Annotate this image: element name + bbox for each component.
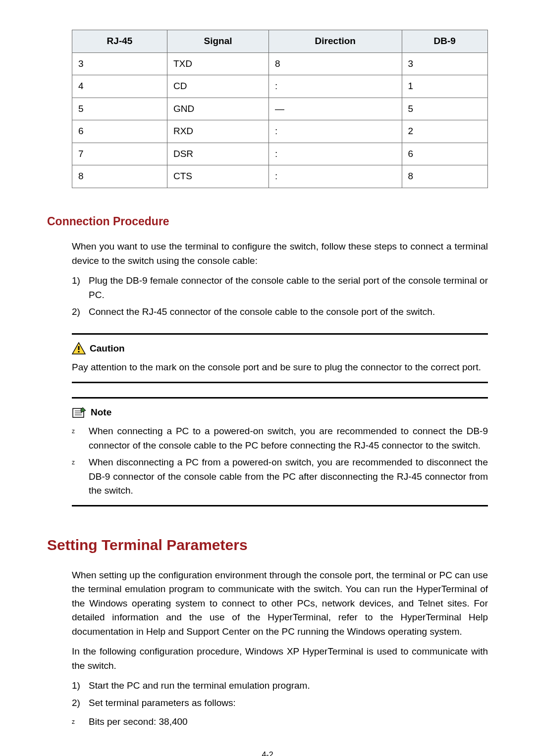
table-row: 3 TXD 8 3: [72, 52, 488, 75]
col-rj45: RJ-45: [72, 30, 167, 53]
cell: RXD: [167, 120, 268, 143]
table-row: 4 CD : 1: [72, 75, 488, 98]
step-number: 2): [72, 305, 89, 319]
cell: TXD: [167, 52, 268, 75]
caution-callout: Caution Pay attention to the mark on the…: [72, 333, 488, 383]
content-area: RJ-45 Signal Direction DB-9 3 TXD 8 3 4 …: [47, 30, 488, 729]
table-header-row: RJ-45 Signal Direction DB-9: [72, 30, 488, 53]
bullet-text: Bits per second: 38,400: [89, 715, 488, 729]
step-number: 2): [72, 696, 89, 710]
col-signal: Signal: [167, 30, 268, 53]
table-row: 5 GND — 5: [72, 98, 488, 120]
cell: GND: [167, 98, 268, 120]
term-steps: 1) Start the PC and run the terminal emu…: [72, 679, 488, 710]
cell: 7: [72, 143, 167, 165]
note-bullets: z When connecting a PC to a powered-on s…: [72, 424, 488, 498]
note-header: Note: [72, 405, 488, 420]
bullet-text: When connecting a PC to a powered-on swi…: [89, 424, 488, 453]
conn-intro: When you want to use the terminal to con…: [72, 240, 488, 268]
bullet-marker: z: [72, 424, 89, 453]
cell: 3: [402, 52, 487, 75]
cell: 8: [72, 165, 167, 188]
heading-setting-terminal-parameters: Setting Terminal Parameters: [47, 534, 488, 556]
cell: 2: [402, 120, 487, 143]
col-db9: DB-9: [402, 30, 487, 53]
step-number: 1): [72, 274, 89, 302]
col-direction: Direction: [269, 30, 402, 53]
svg-rect-2: [78, 351, 80, 353]
divider: [72, 505, 488, 506]
step-text: Set terminal parameters as follows:: [89, 696, 488, 710]
step-number: 1): [72, 679, 89, 693]
note-callout: Note z When connecting a PC to a powered…: [72, 397, 488, 506]
note-icon: [72, 406, 87, 418]
caution-text: Pay attention to the mark on the console…: [72, 360, 488, 375]
cell: 8: [402, 165, 487, 188]
cell: CD: [167, 75, 268, 98]
bullet-text: When disconnecting a PC from a powered-o…: [89, 455, 488, 498]
cell: DSR: [167, 143, 268, 165]
term-p1: When setting up the configuration enviro…: [72, 568, 488, 639]
pinout-table: RJ-45 Signal Direction DB-9 3 TXD 8 3 4 …: [72, 30, 488, 188]
page-number: 4-2: [47, 749, 488, 756]
bullet-marker: z: [72, 455, 89, 498]
cell: 6: [72, 120, 167, 143]
cell: 5: [72, 98, 167, 120]
list-item: 2) Connect the RJ-45 connector of the co…: [72, 305, 488, 319]
bullet-marker: z: [72, 715, 89, 729]
list-item: 2) Set terminal parameters as follows:: [72, 696, 488, 710]
table-row: 6 RXD : 2: [72, 120, 488, 143]
list-item: z When connecting a PC to a powered-on s…: [72, 424, 488, 453]
cell: :: [269, 165, 402, 188]
conn-steps: 1) Plug the DB-9 female connector of the…: [72, 274, 488, 319]
cell: :: [269, 143, 402, 165]
cell: CTS: [167, 165, 268, 188]
cell: 8: [269, 52, 402, 75]
table-row: 8 CTS : 8: [72, 165, 488, 188]
divider: [72, 397, 488, 399]
cell: 6: [402, 143, 487, 165]
svg-rect-1: [78, 346, 80, 350]
term-params: z Bits per second: 38,400: [72, 715, 488, 729]
list-item: 1) Start the PC and run the terminal emu…: [72, 679, 488, 693]
cell: 1: [402, 75, 487, 98]
cell: :: [269, 120, 402, 143]
list-item: 1) Plug the DB-9 female connector of the…: [72, 274, 488, 302]
divider: [72, 333, 488, 335]
cell: 3: [72, 52, 167, 75]
list-item: z Bits per second: 38,400: [72, 715, 488, 729]
page: RJ-45 Signal Direction DB-9 3 TXD 8 3 4 …: [0, 0, 535, 756]
divider: [72, 382, 488, 383]
note-label: Note: [91, 405, 111, 420]
cell: :: [269, 75, 402, 98]
caution-header: Caution: [72, 342, 488, 356]
caution-icon: [72, 342, 86, 355]
cell: 5: [402, 98, 487, 120]
step-text: Plug the DB-9 female connector of the co…: [89, 274, 488, 302]
cell: 4: [72, 75, 167, 98]
step-text: Connect the RJ-45 connector of the conso…: [89, 305, 488, 319]
term-p2: In the following configuration procedure…: [72, 645, 488, 673]
step-text: Start the PC and run the terminal emulat…: [89, 679, 488, 693]
caution-label: Caution: [90, 342, 125, 356]
table-row: 7 DSR : 6: [72, 143, 488, 165]
heading-connection-procedure: Connection Procedure: [47, 213, 488, 230]
list-item: z When disconnecting a PC from a powered…: [72, 455, 488, 498]
cell: —: [269, 98, 402, 120]
